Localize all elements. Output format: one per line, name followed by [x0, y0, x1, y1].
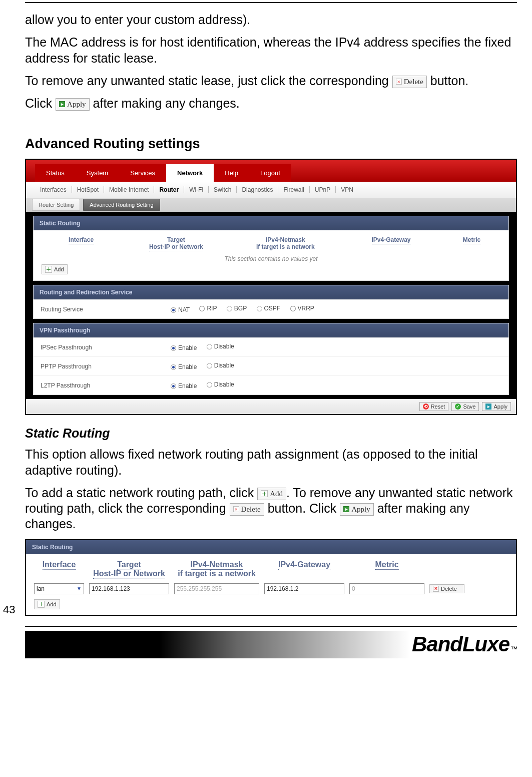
apply-button[interactable]: ▸Apply: [340, 503, 374, 516]
delete-button[interactable]: ×Delete: [230, 503, 264, 516]
radio-label: Enable: [178, 382, 197, 390]
metric-input[interactable]: [349, 583, 424, 594]
tab-network[interactable]: Network: [166, 164, 214, 182]
router-screenshot: Status System Services Network Help Logo…: [25, 159, 517, 415]
radio-group: Enable Disable: [171, 343, 501, 351]
col-gateway: IPv4-Gateway: [264, 560, 344, 578]
apply-button[interactable]: ▸Apply: [482, 402, 511, 411]
tab-help[interactable]: Help: [214, 164, 249, 182]
radio-label: Disable: [214, 362, 234, 369]
close-icon: ×: [396, 79, 402, 85]
col-netmask: IPv4-Netmaskif target is a network: [174, 560, 259, 578]
col-interface: Interface: [42, 236, 121, 250]
plus-icon: [38, 601, 45, 608]
radio-icon: [207, 344, 212, 349]
row-label: IPSec Passthrough: [41, 344, 171, 351]
panel-title: Static Routing: [34, 216, 508, 230]
radio-label: VRRP: [298, 305, 314, 312]
reset-icon: ⟲: [423, 404, 429, 410]
netmask-input[interactable]: [174, 583, 259, 594]
static-routing-panel: Static Routing Interface TargetHost-IP o…: [33, 216, 509, 281]
text: To add a static network routing path, cl…: [25, 486, 257, 500]
button-label: Apply: [67, 100, 86, 109]
radio-icon: [171, 307, 176, 313]
gateway-input[interactable]: [264, 583, 344, 594]
radio-label: BGP: [234, 305, 247, 312]
tab-status[interactable]: Status: [35, 164, 76, 182]
radio-label: Disable: [214, 343, 234, 350]
subtab-router[interactable]: Router: [154, 186, 184, 193]
subtab-hotspot[interactable]: HotSpot: [72, 186, 104, 193]
reset-button[interactable]: ⟲Reset: [419, 402, 449, 411]
play-icon: ▸: [485, 404, 491, 410]
subtab-upnp[interactable]: UPnP: [309, 186, 335, 193]
subtab-switch[interactable]: Switch: [208, 186, 236, 193]
add-button[interactable]: Add: [257, 488, 286, 500]
subtab-mobile-internet[interactable]: Mobile Internet: [104, 186, 154, 193]
subtab-diagnostics[interactable]: Diagnostics: [236, 186, 278, 193]
add-button[interactable]: Add: [34, 599, 60, 609]
subtab-interfaces[interactable]: Interfaces: [35, 186, 72, 193]
page-tab-router-setting[interactable]: Router Setting: [32, 199, 80, 211]
row-label: Routing Service: [41, 306, 171, 313]
radio-label: Enable: [178, 363, 197, 370]
subtab-firewall[interactable]: Firewall: [278, 186, 309, 193]
paragraph: allow you to enter your custom address).: [25, 12, 517, 28]
radio-icon: [227, 306, 232, 311]
panel-title: VPN Passthrough: [34, 323, 508, 337]
radio-label: NAT: [178, 306, 190, 313]
main-tab-bar: Status System Services Network Help Logo…: [26, 160, 516, 182]
button-label: Apply: [493, 404, 507, 410]
paragraph: To remove any unwanted static lease, jus…: [25, 73, 517, 89]
bottom-rule: [25, 626, 517, 627]
radio-disable[interactable]: Disable: [207, 343, 234, 350]
play-icon: ▸: [59, 101, 65, 107]
save-button[interactable]: ✓Save: [451, 402, 479, 411]
apply-button[interactable]: ▸Apply: [56, 98, 90, 111]
radio-ospf[interactable]: OSPF: [257, 305, 281, 312]
radio-enable[interactable]: Enable: [171, 344, 197, 351]
sub-tab-bar: Interfaces HotSpot Mobile Internet Route…: [26, 182, 516, 198]
paragraph: This option allows fixed network routing…: [25, 447, 517, 478]
button-label: Add: [54, 266, 64, 272]
target-input[interactable]: [89, 583, 169, 594]
col-netmask: IPv4-Netmaskif target is a network: [231, 236, 339, 250]
interface-select[interactable]: lan▼: [34, 583, 84, 594]
delete-button[interactable]: ×Delete: [392, 76, 427, 88]
text: Click: [25, 96, 56, 110]
col-metric: Metric: [443, 236, 500, 250]
tab-services[interactable]: Services: [119, 164, 166, 182]
section-heading: Advanced Routing settings: [25, 136, 517, 152]
radio-nat[interactable]: NAT: [171, 306, 190, 313]
empty-message: This section contains no values yet: [42, 250, 500, 264]
button-label: Delete: [241, 505, 261, 514]
button-label: Delete: [441, 586, 457, 592]
radio-group: Enable Disable: [171, 362, 501, 370]
radio-icon: [171, 345, 176, 351]
panel-title: Routing and Redirection Service: [34, 285, 508, 299]
brand-text: BandLuxe: [412, 632, 509, 656]
text: button.: [430, 74, 468, 88]
radio-bgp[interactable]: BGP: [227, 305, 247, 312]
radio-disable[interactable]: Disable: [207, 381, 234, 388]
radio-vrrp[interactable]: VRRP: [290, 305, 314, 312]
top-rule: [25, 2, 517, 3]
radio-enable[interactable]: Enable: [171, 363, 197, 370]
tab-system[interactable]: System: [76, 164, 119, 182]
paragraph: Click ▸Apply after making any changes.: [25, 96, 517, 111]
radio-enable[interactable]: Enable: [171, 382, 197, 390]
subtab-wifi[interactable]: Wi-Fi: [184, 186, 208, 193]
tab-logout[interactable]: Logout: [249, 164, 291, 182]
play-icon: ▸: [343, 506, 349, 512]
radio-rip[interactable]: RIP: [199, 305, 217, 312]
page-tab-advanced-routing[interactable]: Advanced Routing Setting: [83, 199, 160, 211]
add-button[interactable]: Add: [42, 264, 68, 274]
text: button. Click: [268, 501, 340, 515]
delete-button[interactable]: ×Delete: [429, 584, 464, 593]
row-label: L2TP Passthrough: [41, 382, 171, 389]
subtab-vpn[interactable]: VPN: [335, 186, 358, 193]
trademark-symbol: ™: [510, 645, 517, 653]
radio-icon: [199, 306, 205, 311]
radio-disable[interactable]: Disable: [207, 362, 234, 369]
radio-icon: [207, 382, 212, 387]
